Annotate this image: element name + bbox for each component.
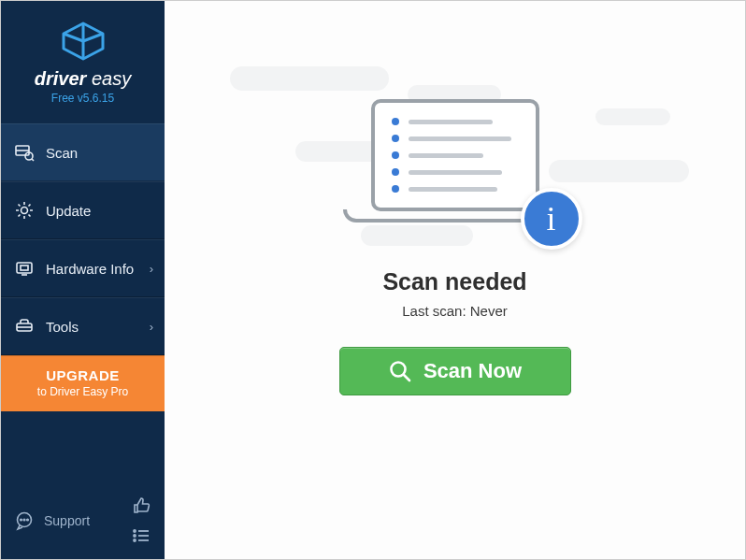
svg-point-15 xyxy=(21,519,22,521)
svg-point-22 xyxy=(134,539,136,541)
status-heading: Scan needed xyxy=(382,268,526,295)
search-icon xyxy=(388,359,412,383)
svg-rect-9 xyxy=(17,263,32,273)
upgrade-sub: to Driver Easy Pro xyxy=(7,385,159,398)
svg-point-20 xyxy=(134,535,136,537)
svg-point-17 xyxy=(27,519,29,521)
support-label: Support xyxy=(44,513,90,528)
nav: Scan Update xyxy=(1,123,165,355)
sidebar-item-label: Update xyxy=(46,203,91,219)
tools-icon xyxy=(14,316,35,337)
last-scan-text: Last scan: Never xyxy=(402,303,508,319)
svg-point-8 xyxy=(22,208,28,214)
app-window: driver easy Free v5.6.15 Scan xyxy=(0,0,746,560)
sidebar: driver easy Free v5.6.15 Scan xyxy=(1,1,165,559)
sidebar-item-label: Scan xyxy=(46,145,78,161)
scan-button-label: Scan Now xyxy=(423,359,522,383)
svg-point-16 xyxy=(23,519,25,521)
scan-illustration: i xyxy=(334,99,577,244)
feedback-button[interactable] xyxy=(131,495,151,516)
app-logo-icon xyxy=(55,20,111,63)
sidebar-spacer xyxy=(1,411,165,486)
svg-rect-10 xyxy=(21,266,28,270)
scan-icon xyxy=(14,142,35,163)
hardware-icon xyxy=(14,258,35,279)
sidebar-item-scan[interactable]: Scan xyxy=(1,123,165,181)
info-badge-icon: i xyxy=(521,188,582,250)
svg-point-18 xyxy=(134,530,136,532)
side-actions xyxy=(131,495,151,546)
chevron-right-icon: › xyxy=(150,262,153,276)
upgrade-button[interactable]: UPGRADE to Driver Easy Pro xyxy=(1,355,165,411)
gear-icon xyxy=(14,200,35,221)
list-icon xyxy=(132,526,151,545)
sidebar-bottom: Support xyxy=(1,486,165,559)
sidebar-item-tools[interactable]: Tools › xyxy=(1,297,165,355)
sidebar-item-label: Hardware Info xyxy=(46,261,134,277)
main-panel: i Scan needed Last scan: Never Scan Now xyxy=(165,1,745,559)
support-button[interactable]: Support xyxy=(14,510,90,531)
menu-button[interactable] xyxy=(131,525,151,546)
chevron-right-icon: › xyxy=(150,320,153,334)
svg-line-7 xyxy=(32,159,34,161)
app-version: Free v5.6.15 xyxy=(10,92,155,105)
app-name: driver easy xyxy=(10,68,155,90)
sidebar-item-update[interactable]: Update xyxy=(1,181,165,239)
sidebar-item-label: Tools xyxy=(46,319,79,335)
thumbs-up-icon xyxy=(132,496,151,515)
upgrade-title: UPGRADE xyxy=(7,367,159,383)
sidebar-item-hardware[interactable]: Hardware Info › xyxy=(1,239,165,297)
scan-now-button[interactable]: Scan Now xyxy=(339,347,571,395)
chat-icon xyxy=(14,510,35,531)
brand-block: driver easy Free v5.6.15 xyxy=(1,1,165,114)
svg-line-25 xyxy=(404,375,409,381)
